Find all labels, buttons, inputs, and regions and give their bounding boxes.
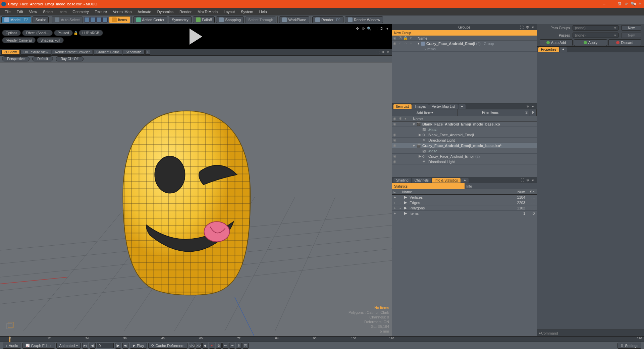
tab-itemlist[interactable]: Item List [393, 104, 412, 109]
viewport-gear-icon[interactable]: ✲ [380, 50, 385, 55]
eye-icon[interactable]: ◉ [392, 36, 397, 40]
material-mode-icon[interactable] [102, 17, 108, 22]
play-button[interactable]: ▶ Play [130, 343, 147, 349]
subtab-info[interactable]: Info [465, 183, 537, 189]
itemlist-expand-icon[interactable]: ⛶ [520, 104, 525, 109]
tab-vertexmaplist[interactable]: Vertex Map List [429, 104, 458, 109]
sculpt-button[interactable]: Sculpt [33, 16, 49, 23]
stat-row[interactable]: +-▶Polygons1102... [392, 205, 537, 211]
passes-new[interactable]: New [621, 33, 641, 38]
menu-animate[interactable]: Animate [135, 9, 154, 14]
range-out-button[interactable]: ⇥ [229, 343, 235, 349]
orbit-icon[interactable]: ⟳ [624, 1, 629, 6]
pan-icon[interactable]: ✥ [617, 1, 622, 6]
tab-renderpreset[interactable]: Render Preset Browser [52, 50, 93, 55]
group-subrow[interactable]: 5 Items [392, 46, 537, 52]
lock-icon[interactable]: 🔒 [73, 29, 78, 37]
menu-view[interactable]: View [26, 9, 40, 14]
tab-add2[interactable]: + [459, 104, 466, 109]
rec-icon[interactable]: ● [209, 343, 215, 349]
item-row[interactable]: ▧Mesh [392, 148, 537, 154]
menu-vertexmap[interactable]: Vertex Map [110, 9, 135, 14]
tab-infostats[interactable]: Info & Statistics [432, 178, 461, 183]
preview-effect[interactable]: Effect: (Shadi... [22, 30, 52, 36]
groups-gear-icon[interactable]: ✲ [525, 25, 530, 30]
autoadd-button[interactable]: Auto Add [540, 39, 573, 46]
viewport-menu-icon[interactable]: ▾ [386, 50, 390, 55]
model-button[interactable]: ModelF2 [1, 16, 31, 23]
passgroups-dropdown[interactable]: (none)▾ [573, 25, 619, 31]
actioncenter-button[interactable]: Action Center [133, 16, 168, 23]
frame-input[interactable] [97, 343, 114, 348]
menu-item[interactable]: Item [57, 9, 69, 14]
menu-layout[interactable]: Layout [221, 9, 237, 14]
menu-select[interactable]: Select [40, 9, 56, 14]
menu-system[interactable]: System [238, 9, 256, 14]
selectthrough-button[interactable]: Select Through [245, 16, 276, 23]
filteritems-input[interactable]: Filter Items [458, 109, 524, 116]
ffwd-button[interactable]: ⏭ [122, 343, 128, 349]
symmetry-button[interactable]: Symmetry [169, 16, 192, 23]
tab-channels[interactable]: Channels [412, 178, 431, 183]
timeline-ruler[interactable]: 01224364860728496108120120 [0, 337, 644, 342]
scope-button[interactable]: ◳ [243, 343, 249, 349]
tab-uvtexture[interactable]: UV Texture View [20, 50, 51, 55]
snapping-button[interactable]: Snapping [216, 16, 244, 23]
tab-add3[interactable]: + [461, 178, 469, 183]
expand-icon[interactable]: ⛶ [373, 26, 378, 31]
eye2-icon[interactable]: ◉ [392, 116, 397, 121]
tab-gradient[interactable]: Gradient Editor [94, 50, 122, 55]
view-default[interactable]: Default [32, 56, 53, 61]
tab-shading[interactable]: Shading [393, 178, 411, 183]
stepfwd-button[interactable]: |▶ [115, 343, 121, 349]
audio-button[interactable]: ♪ Audio [3, 343, 21, 349]
stat-row[interactable]: +-▶Edges2203... [392, 200, 537, 205]
grapheditor-button[interactable]: 📈 Graph Editor [22, 343, 55, 349]
new-group-button[interactable]: New Group [392, 30, 537, 36]
menu-maxtomodo[interactable]: MaxToModo [195, 9, 220, 14]
tab-add4[interactable]: + [560, 47, 567, 52]
tab-schematic[interactable]: Schematic [123, 50, 145, 55]
autoselect-button[interactable]: Auto Select [52, 16, 83, 23]
stat-row[interactable]: +-▶Items10 [392, 211, 537, 216]
key-icon[interactable]: ◆ [202, 343, 208, 349]
stepback-button[interactable]: ◀| [90, 343, 96, 349]
passgroups-new[interactable]: New [621, 25, 641, 31]
subtab-statistics[interactable]: Statistics [392, 183, 465, 189]
range-in-button[interactable]: ⇤ [222, 343, 228, 349]
group-row[interactable]: ◉○○○ ▾ Crazy_Face_Android_Emoji (4) : Gr… [392, 41, 537, 46]
key-next-button[interactable]: ▷▷ [196, 343, 202, 349]
zoom-icon[interactable]: 🔍 [367, 26, 372, 31]
preview-options[interactable]: Options [2, 30, 21, 36]
play-icon[interactable] [190, 29, 202, 45]
view-raygl[interactable]: Ray GL: Off [56, 56, 84, 61]
menu-edit[interactable]: Edit [14, 9, 26, 14]
falloff-button[interactable]: Falloff [193, 16, 215, 23]
tab-images[interactable]: Images [412, 104, 429, 109]
info-expand-icon[interactable]: ⛶ [520, 178, 525, 183]
vpgear-icon[interactable]: ✲ [637, 1, 642, 6]
solo-icon[interactable]: ⦿ [397, 36, 403, 40]
star-icon[interactable]: ✱ [397, 116, 403, 121]
menu-geometry[interactable]: Geometry [70, 9, 91, 14]
view-perspective[interactable]: Perspective [2, 56, 30, 61]
itemlist-gear-icon[interactable]: ✲ [525, 104, 530, 109]
item-row[interactable]: ▧Mesh [392, 127, 537, 132]
3d-viewport[interactable]: No Items Polygons : Catmull-Clark Channe… [0, 62, 392, 336]
minimize-button[interactable]: ─ [596, 0, 612, 8]
preview-paused[interactable]: Paused [54, 30, 73, 36]
edge-mode-icon[interactable] [90, 17, 96, 22]
renderwindow-button[interactable]: Render Window [345, 16, 383, 23]
render-button[interactable]: RenderF9 [312, 16, 343, 23]
item-row[interactable]: ◉▶◇Crazy_Face_Android_Emoji (2) [392, 154, 537, 159]
settings-button[interactable]: ⚙ Settings [618, 343, 641, 349]
rewind-button[interactable]: ⏮ [82, 343, 88, 349]
menu-help[interactable]: Help [257, 9, 270, 14]
viewport-expand-icon[interactable]: ⛶ [375, 50, 380, 55]
items-button[interactable]: Items [109, 16, 130, 23]
preview-lut[interactable]: LUT: sRGB [79, 30, 103, 36]
groups-expand-icon[interactable]: ⛶ [519, 25, 524, 30]
additem-button[interactable]: Add Item ▾ [392, 109, 458, 116]
autokey-button[interactable]: ⚷ [236, 343, 242, 349]
item-row[interactable]: ◉☀Directional Light [392, 138, 537, 143]
